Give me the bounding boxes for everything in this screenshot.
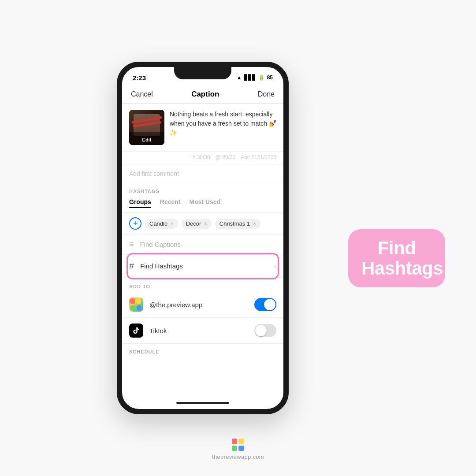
signal-icon: ▋▋▋ [244,74,256,81]
toggle-knob-preview [264,299,275,310]
hashtag-counter: # 30/30 [193,154,210,160]
toggle-knob-tiktok [255,325,267,336]
icon-dot-green [130,305,135,310]
preview-app-name: @the.preview.app [149,301,248,309]
hashtags-section-label: HASHTAGS [122,183,283,197]
tag-candle-remove[interactable]: × [171,221,173,226]
hashtags-section: HASHTAGS Groups Recent Most Used + Candl… [122,183,283,234]
chevron-right-icon: › [274,263,276,270]
battery-icon: 🔋 [258,74,265,81]
tab-groups[interactable]: Groups [129,198,151,208]
icon-dot-yellow [137,299,141,304]
wifi-icon: ▲ [237,74,242,81]
preview-app-icon [129,298,143,312]
nav-title: Caption [191,90,219,99]
hashtag-icon: # [129,261,134,271]
nav-bar: Cancel Caption Done [122,86,283,104]
tag-chip-decor[interactable]: Decor × [182,219,212,229]
logo-dot-2 [238,439,244,444]
find-captions-icon: ≡ [129,240,134,249]
comment-placeholder: Add first comment [129,170,179,177]
tag-christmas-label: Christmas 1 [219,220,250,227]
bottom-logo: thepreviewapp.com [212,439,264,460]
caption-text[interactable]: Nothing beats a fresh start, especially … [170,110,276,145]
find-hashtags-row[interactable]: # Find Hashtags › [122,255,283,278]
logo-icon [232,439,244,451]
caption-row: Edit Nothing beats a fresh start, especi… [122,104,283,152]
phone-notch [174,67,231,79]
tag-chip-candle[interactable]: Candle × [145,219,178,229]
tag-chip-christmas[interactable]: Christmas 1 × [215,219,260,229]
tiktok-icon [129,324,143,338]
add-to-preview: @the.preview.app [122,292,283,318]
tags-row: + Candle × Decor × Christmas 1 × [122,213,283,234]
icon-dot-blue [137,305,141,310]
find-captions-row[interactable]: ≡ Find Captions [122,234,283,255]
comment-row[interactable]: Add first comment [122,164,283,183]
logo-dot-3 [232,446,238,451]
find-hashtags-label: Find Hashtags [140,262,268,270]
preview-toggle[interactable] [254,298,276,311]
logo-dot-1 [232,439,238,444]
tag-candle-label: Candle [149,220,167,227]
logo-dot-4 [238,446,244,451]
add-to-label: ADD TO [122,279,283,292]
add-tag-button[interactable]: + [129,217,141,230]
hashtag-tabs: Groups Recent Most Used [122,197,283,213]
phone-shell: 2:23 ▲ ▋▋▋ 🔋 85 Cancel Caption Done [117,62,289,414]
tiktok-name: Tiktok [149,327,248,335]
mention-counter: @ 20/20 [216,154,236,160]
logo-url: thepreviewapp.com [212,454,264,460]
char-counter: Abc 2121/2200 [241,154,276,160]
battery-value: 85 [267,74,273,81]
status-time: 2:23 [133,74,146,82]
content-area: Edit Nothing beats a fresh start, especi… [122,104,283,402]
add-to-section: ADD TO @the.preview.app [122,279,283,344]
cta-line1: Find [361,238,432,258]
add-to-tiktok: Tiktok [122,318,283,344]
counter-row: # 30/30 @ 20/20 Abc 2121/2200 [122,152,283,164]
cta-line2: Hashtags [361,258,432,279]
schedule-row: SCHEDULE [122,344,283,357]
tag-decor-label: Decor [186,220,201,227]
tiktok-toggle[interactable] [254,324,276,337]
tab-recent[interactable]: Recent [160,198,181,208]
done-button[interactable]: Done [258,90,275,98]
schedule-label: SCHEDULE [129,349,160,354]
find-hashtags-wrapper: # Find Hashtags › [122,255,283,278]
status-icons: ▲ ▋▋▋ 🔋 85 [237,74,273,81]
tag-christmas-remove[interactable]: × [253,221,256,226]
tag-decor-remove[interactable]: × [204,221,207,226]
icon-dot-red [130,299,135,304]
edit-label[interactable]: Edit [142,137,152,142]
tab-most-used[interactable]: Most Used [189,198,220,208]
bottom-handle [176,402,229,404]
cta-bubble: Find Hashtags [348,229,445,287]
cancel-button[interactable]: Cancel [131,90,153,98]
page: 2:23 ▲ ▋▋▋ 🔋 85 Cancel Caption Done [0,0,476,476]
caption-thumbnail[interactable]: Edit [129,110,164,145]
find-captions-text: Find Captions [140,241,181,248]
